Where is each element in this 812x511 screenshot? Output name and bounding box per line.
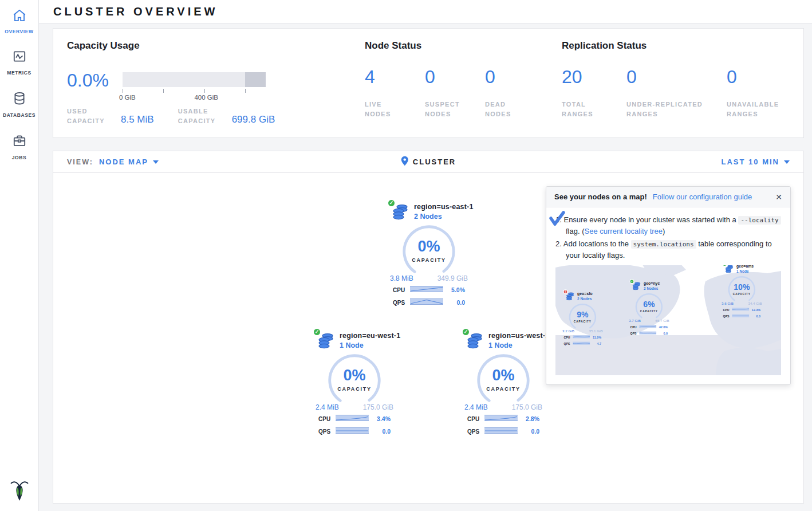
capacity-gauge: 0% CAPACITY — [401, 224, 456, 274]
view-label: VIEW: — [67, 158, 93, 166]
view-value: NODE MAP — [99, 158, 148, 166]
status-ok-icon: ✓ — [313, 328, 321, 336]
qps-sparkline — [639, 331, 656, 336]
sidebar-item-metrics[interactable]: METRICS — [0, 41, 38, 82]
live-nodes-stat: 4 LIVE NODES — [365, 68, 425, 119]
status-warn-icon: ! — [563, 289, 568, 294]
step-text: flag. ( — [566, 227, 585, 235]
qps-label: QPS — [630, 332, 640, 335]
unavailable-label: UNAVAILABLE RANGES — [727, 100, 790, 119]
under-replicated-label: UNDER-REPLICATED RANGES — [626, 100, 718, 119]
qps-label: QPS — [467, 429, 484, 435]
sidebar-item-jobs[interactable]: JOBS — [0, 125, 38, 167]
qps-sparkline — [410, 297, 443, 308]
replication-status-title: Replication Status — [562, 40, 790, 52]
capacity-percent: 0% — [327, 367, 382, 384]
time-range-dropdown[interactable]: LAST 10 MIN — [722, 158, 790, 166]
breadcrumb-cluster: CLUSTER — [413, 158, 456, 166]
popup-body: 1. Ensure every node in your cluster was… — [546, 207, 790, 261]
example-capacity-percent: 10% — [727, 282, 756, 292]
cpu-value: 42.6% — [659, 325, 668, 328]
under-replicated-value: 0 — [626, 68, 727, 86]
example-region-label: geo=ams — [736, 265, 754, 269]
sidebar-item-label: DATABASES — [3, 112, 36, 118]
capacity-percent: 0% — [476, 367, 531, 384]
example-region-label: geo=sfo — [577, 292, 593, 296]
example-count-label: 2 Nodes — [644, 286, 660, 290]
step-text: ) — [663, 227, 665, 235]
dead-nodes-stat: 0 DEAD NODES — [485, 68, 545, 119]
total-ranges-label: TOTAL RANGES — [562, 100, 602, 119]
node-region-label: region=eu-west-1 — [340, 332, 400, 340]
example-node-ams: ✓ geo=ams 1 Node 10% CAPACITY — [722, 265, 762, 319]
qps-sparkline — [484, 426, 518, 437]
cockroachdb-logo — [0, 479, 39, 503]
example-count-label: 1 Node — [736, 269, 754, 273]
suspect-nodes-label: SUSPECT NODES — [425, 100, 465, 119]
replication-status-section: Replication Status 20 TOTAL RANGES 0 UND… — [562, 40, 790, 137]
node-count-label: 2 Nodes — [414, 213, 474, 221]
system-locations-code: system.locations — [631, 240, 696, 249]
example-node-sfo: ! geo=sfo 2 Nodes 9% CAPACITY — [562, 292, 603, 347]
map-pin-icon — [401, 156, 409, 168]
sidebar-item-overview[interactable]: OVERVIEW — [0, 0, 38, 41]
qps-value: 0.0 — [531, 428, 539, 435]
node-group-icon: ✓ — [466, 332, 484, 349]
qps-label: QPS — [723, 315, 732, 318]
qps-value: 0.0 — [456, 299, 465, 306]
example-count-label: 2 Nodes — [577, 297, 593, 301]
qps-label: QPS — [318, 429, 336, 435]
capacity-usage-section: Capacity Usage 0.0% 0 GiB 40 — [67, 40, 365, 137]
used-capacity-label: USED CAPACITY — [67, 107, 116, 126]
capacity-bar — [123, 72, 266, 87]
cpu-row: CPU 5.0% — [393, 285, 465, 295]
example-map-image: ! geo=sfo 2 Nodes 9% CAPACITY — [555, 265, 781, 375]
qps-label: QPS — [564, 342, 573, 345]
step-text: Ensure every node in your cluster was st… — [563, 215, 738, 224]
live-nodes-value: 4 — [365, 68, 425, 86]
total-ranges-stat: 20 TOTAL RANGES — [562, 68, 626, 119]
capacity-bar-nonusable-segment — [245, 72, 266, 87]
locality-tree-link[interactable]: See current locality tree — [585, 227, 663, 235]
cpu-label: CPU — [393, 287, 410, 293]
unavailable-ranges-stat: 0 UNAVAILABLE RANGES — [727, 68, 790, 119]
node-card-eu-west-1[interactable]: ✓ region=eu-west-1 1 Node — [309, 332, 400, 437]
view-dropdown[interactable]: VIEW: NODE MAP — [67, 158, 159, 166]
example-capacity-label: CAPACITY — [634, 310, 663, 313]
qps-value: 0.0 — [382, 428, 391, 435]
capacity-label: CAPACITY — [401, 257, 456, 263]
node-status-title: Node Status — [365, 40, 562, 52]
example-capacity-label: CAPACITY — [568, 320, 597, 323]
qps-sparkline — [573, 341, 590, 346]
qps-sparkline — [732, 313, 749, 319]
qps-value: 0.0 — [664, 332, 668, 335]
sidebar-item-databases[interactable]: DATABASES — [0, 82, 38, 125]
popup-step-2: 2. Add locations to the system.locations… — [555, 238, 781, 261]
sidebar-item-label: OVERVIEW — [5, 29, 33, 34]
qps-sparkline — [336, 426, 369, 437]
node-status-section: Node Status 4 LIVE NODES 0 SUSPECT NODES… — [365, 40, 562, 137]
capacity-label: CAPACITY — [476, 386, 531, 392]
cpu-label: CPU — [467, 416, 484, 422]
example-capacity-label: CAPACITY — [727, 293, 756, 296]
node-card-us-west-1[interactable]: ✓ region=us-west-1 1 Node — [458, 332, 549, 437]
configuration-guide-link[interactable]: Follow our configuration guide — [653, 192, 752, 201]
cpu-row: CPU 2.8% — [467, 414, 539, 424]
page-title: CLUSTER OVERVIEW — [53, 5, 218, 18]
breadcrumb[interactable]: CLUSTER — [401, 156, 456, 168]
cluster-summary-card: Capacity Usage 0.0% 0 GiB 40 — [53, 28, 804, 138]
node-card-us-east-1[interactable]: ✓ region=us-east-1 2 Nodes — [383, 203, 475, 308]
capacity-bar-axis: 0 GiB 400 GiB — [123, 87, 266, 102]
qps-value: 0.0 — [756, 315, 761, 318]
step-complete-check-icon — [549, 211, 565, 229]
metrics-icon — [12, 50, 27, 66]
status-ok-icon: ✓ — [387, 199, 396, 207]
close-icon[interactable]: ✕ — [775, 193, 782, 201]
qps-row: QPS 0.0 — [467, 426, 539, 437]
node-group-icon: ✓ — [391, 203, 409, 220]
cpu-label: CPU — [723, 308, 732, 312]
cpu-row: CPU 3.4% — [318, 414, 391, 424]
suspect-nodes-stat: 0 SUSPECT NODES — [425, 68, 485, 119]
example-capacity-percent: 9% — [568, 310, 597, 319]
capacity-usage-title: Capacity Usage — [67, 40, 365, 52]
